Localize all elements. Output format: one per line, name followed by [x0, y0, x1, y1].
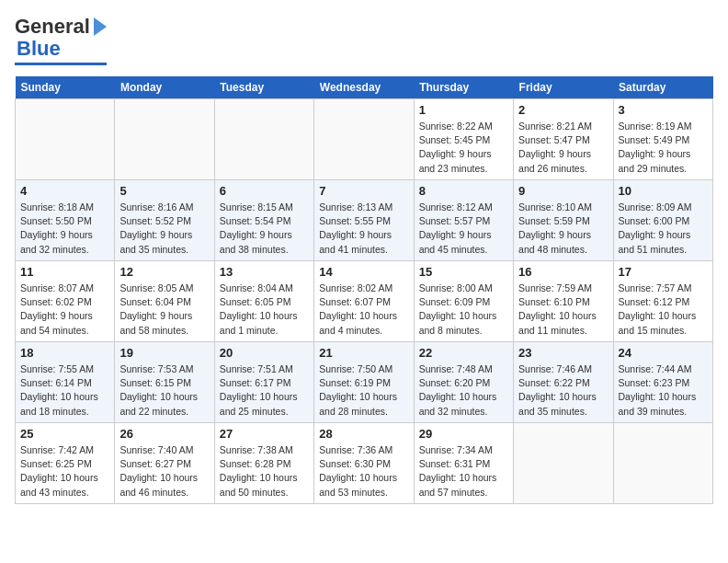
day-number: 22 — [419, 346, 508, 360]
cell-info-text: Sunrise: 8:07 AM Sunset: 6:02 PM Dayligh… — [20, 282, 109, 338]
cell-info-text: Sunrise: 8:10 AM Sunset: 5:59 PM Dayligh… — [518, 201, 608, 257]
cell-info-text: Sunrise: 8:16 AM Sunset: 5:52 PM Dayligh… — [119, 201, 209, 257]
day-number: 13 — [220, 265, 309, 279]
cell-info-text: Sunrise: 7:48 AM Sunset: 6:20 PM Dayligh… — [419, 362, 508, 419]
cell-info-text: Sunrise: 7:44 AM Sunset: 6:23 PM Dayligh… — [619, 362, 708, 419]
cell-info-text: Sunrise: 8:15 AM Sunset: 5:54 PM Dayligh… — [220, 201, 309, 257]
cell-info-text: Sunrise: 7:55 AM Sunset: 6:14 PM Dayligh… — [20, 362, 109, 419]
day-number: 11 — [20, 265, 109, 279]
day-number: 20 — [220, 346, 309, 360]
cell-info-text: Sunrise: 7:42 AM Sunset: 6:25 PM Dayligh… — [20, 443, 109, 500]
cell-info-text: Sunrise: 7:36 AM Sunset: 6:30 PM Dayligh… — [319, 443, 408, 500]
cell-info-text: Sunrise: 8:21 AM Sunset: 5:47 PM Dayligh… — [518, 120, 608, 176]
cell-info-text: Sunrise: 7:59 AM Sunset: 6:10 PM Dayligh… — [518, 282, 608, 338]
calendar-cell — [214, 99, 313, 180]
day-number: 18 — [20, 346, 109, 360]
calendar-cell — [115, 99, 214, 180]
day-number: 2 — [518, 103, 608, 117]
calendar-table: SundayMondayTuesdayWednesdayThursdayFrid… — [15, 76, 713, 504]
calendar-cell: 17Sunrise: 7:57 AM Sunset: 6:12 PM Dayli… — [613, 261, 712, 342]
cell-info-text: Sunrise: 8:12 AM Sunset: 5:57 PM Dayligh… — [419, 201, 508, 257]
cell-info-text: Sunrise: 7:53 AM Sunset: 6:15 PM Dayligh… — [119, 362, 209, 419]
calendar-cell: 25Sunrise: 7:42 AM Sunset: 6:25 PM Dayli… — [16, 423, 115, 504]
col-header-saturday: Saturday — [613, 76, 712, 99]
calendar-cell: 15Sunrise: 8:00 AM Sunset: 6:09 PM Dayli… — [414, 261, 513, 342]
day-number: 28 — [319, 427, 408, 441]
day-number: 17 — [619, 265, 708, 279]
day-number: 21 — [319, 346, 408, 360]
week-row-5: 25Sunrise: 7:42 AM Sunset: 6:25 PM Dayli… — [16, 423, 713, 504]
week-row-3: 11Sunrise: 8:07 AM Sunset: 6:02 PM Dayli… — [16, 261, 713, 342]
day-number: 26 — [119, 427, 209, 441]
cell-info-text: Sunrise: 8:04 AM Sunset: 6:05 PM Dayligh… — [220, 282, 309, 338]
week-row-1: 1Sunrise: 8:22 AM Sunset: 5:45 PM Daylig… — [16, 99, 713, 180]
day-number: 16 — [518, 265, 608, 279]
cell-info-text: Sunrise: 7:40 AM Sunset: 6:27 PM Dayligh… — [119, 443, 209, 500]
week-row-2: 4Sunrise: 8:18 AM Sunset: 5:50 PM Daylig… — [16, 180, 713, 261]
day-number: 25 — [20, 427, 109, 441]
calendar-cell: 24Sunrise: 7:44 AM Sunset: 6:23 PM Dayli… — [613, 342, 712, 423]
calendar-cell: 3Sunrise: 8:19 AM Sunset: 5:49 PM Daylig… — [613, 99, 712, 180]
page-header: General Blue — [15, 15, 713, 65]
cell-info-text: Sunrise: 8:22 AM Sunset: 5:45 PM Dayligh… — [419, 120, 508, 176]
calendar-cell: 22Sunrise: 7:48 AM Sunset: 6:20 PM Dayli… — [414, 342, 513, 423]
calendar-cell: 8Sunrise: 8:12 AM Sunset: 5:57 PM Daylig… — [414, 180, 513, 261]
col-header-monday: Monday — [115, 76, 214, 99]
calendar-cell: 7Sunrise: 8:13 AM Sunset: 5:55 PM Daylig… — [314, 180, 414, 261]
day-number: 7 — [319, 184, 408, 198]
cell-info-text: Sunrise: 7:38 AM Sunset: 6:28 PM Dayligh… — [220, 443, 309, 500]
cell-info-text: Sunrise: 7:46 AM Sunset: 6:22 PM Dayligh… — [518, 362, 608, 419]
calendar-cell — [514, 423, 613, 504]
logo-text-general: General — [15, 15, 90, 39]
calendar-cell: 18Sunrise: 7:55 AM Sunset: 6:14 PM Dayli… — [16, 342, 115, 423]
logo-arrow-icon — [94, 17, 107, 36]
logo: General Blue — [15, 15, 107, 65]
cell-info-text: Sunrise: 8:13 AM Sunset: 5:55 PM Dayligh… — [319, 201, 408, 257]
calendar-cell — [16, 99, 115, 180]
logo-text-blue: Blue — [17, 37, 61, 61]
calendar-cell: 23Sunrise: 7:46 AM Sunset: 6:22 PM Dayli… — [514, 342, 613, 423]
calendar-cell: 19Sunrise: 7:53 AM Sunset: 6:15 PM Dayli… — [115, 342, 214, 423]
calendar-cell: 4Sunrise: 8:18 AM Sunset: 5:50 PM Daylig… — [16, 180, 115, 261]
calendar-cell: 16Sunrise: 7:59 AM Sunset: 6:10 PM Dayli… — [514, 261, 613, 342]
col-header-wednesday: Wednesday — [314, 76, 414, 99]
col-header-friday: Friday — [514, 76, 613, 99]
calendar-cell: 14Sunrise: 8:02 AM Sunset: 6:07 PM Dayli… — [314, 261, 414, 342]
col-header-tuesday: Tuesday — [214, 76, 313, 99]
day-number: 12 — [119, 265, 209, 279]
calendar-cell: 29Sunrise: 7:34 AM Sunset: 6:31 PM Dayli… — [414, 423, 513, 504]
cell-info-text: Sunrise: 7:57 AM Sunset: 6:12 PM Dayligh… — [619, 282, 708, 338]
calendar-cell: 20Sunrise: 7:51 AM Sunset: 6:17 PM Dayli… — [214, 342, 313, 423]
calendar-cell: 13Sunrise: 8:04 AM Sunset: 6:05 PM Dayli… — [214, 261, 313, 342]
calendar-cell: 10Sunrise: 8:09 AM Sunset: 6:00 PM Dayli… — [613, 180, 712, 261]
day-number: 5 — [119, 184, 209, 198]
calendar-cell: 1Sunrise: 8:22 AM Sunset: 5:45 PM Daylig… — [414, 99, 513, 180]
day-number: 27 — [220, 427, 309, 441]
calendar-cell: 28Sunrise: 7:36 AM Sunset: 6:30 PM Dayli… — [314, 423, 414, 504]
day-number: 10 — [619, 184, 708, 198]
cell-info-text: Sunrise: 8:19 AM Sunset: 5:49 PM Dayligh… — [619, 120, 708, 176]
day-number: 6 — [220, 184, 309, 198]
cell-info-text: Sunrise: 8:02 AM Sunset: 6:07 PM Dayligh… — [319, 282, 408, 338]
week-row-4: 18Sunrise: 7:55 AM Sunset: 6:14 PM Dayli… — [16, 342, 713, 423]
calendar-header-row: SundayMondayTuesdayWednesdayThursdayFrid… — [16, 76, 713, 99]
day-number: 8 — [419, 184, 508, 198]
day-number: 19 — [119, 346, 209, 360]
day-number: 23 — [518, 346, 608, 360]
cell-info-text: Sunrise: 7:34 AM Sunset: 6:31 PM Dayligh… — [419, 443, 508, 500]
calendar-cell — [613, 423, 712, 504]
cell-info-text: Sunrise: 8:00 AM Sunset: 6:09 PM Dayligh… — [419, 282, 508, 338]
calendar-cell — [314, 99, 414, 180]
calendar-cell: 5Sunrise: 8:16 AM Sunset: 5:52 PM Daylig… — [115, 180, 214, 261]
calendar-cell: 9Sunrise: 8:10 AM Sunset: 5:59 PM Daylig… — [514, 180, 613, 261]
day-number: 4 — [20, 184, 109, 198]
cell-info-text: Sunrise: 8:05 AM Sunset: 6:04 PM Dayligh… — [119, 282, 209, 338]
calendar-cell: 6Sunrise: 8:15 AM Sunset: 5:54 PM Daylig… — [214, 180, 313, 261]
calendar-cell: 12Sunrise: 8:05 AM Sunset: 6:04 PM Dayli… — [115, 261, 214, 342]
day-number: 24 — [619, 346, 708, 360]
cell-info-text: Sunrise: 7:50 AM Sunset: 6:19 PM Dayligh… — [319, 362, 408, 419]
day-number: 15 — [419, 265, 508, 279]
cell-info-text: Sunrise: 8:18 AM Sunset: 5:50 PM Dayligh… — [20, 201, 109, 257]
calendar-cell: 21Sunrise: 7:50 AM Sunset: 6:19 PM Dayli… — [314, 342, 414, 423]
calendar-cell: 27Sunrise: 7:38 AM Sunset: 6:28 PM Dayli… — [214, 423, 313, 504]
